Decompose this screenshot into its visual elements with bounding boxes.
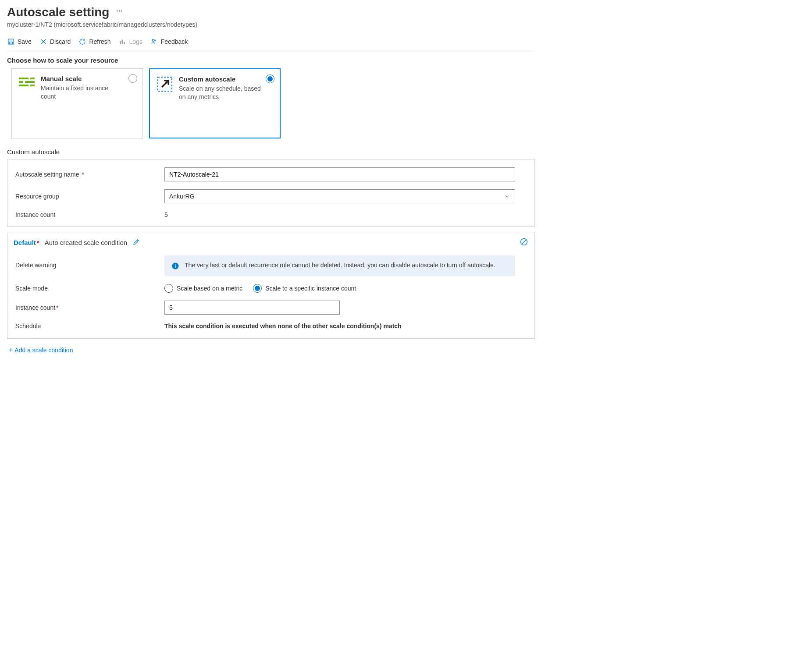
- manual-scale-icon: [18, 75, 36, 132]
- info-icon: [171, 262, 179, 270]
- discard-label: Discard: [50, 38, 71, 45]
- choose-heading: Choose how to scale your resource: [7, 57, 535, 64]
- save-icon: [7, 38, 15, 46]
- custom-autoscale-radio[interactable]: [266, 74, 274, 83]
- manual-scale-radio[interactable]: [128, 74, 137, 83]
- feedback-icon: [150, 38, 158, 46]
- scale-condition-panel: Default* Auto created scale condition De…: [7, 233, 535, 339]
- scale-mode-metric-option[interactable]: Scale based on a metric: [164, 284, 242, 293]
- prohibited-icon: [520, 237, 528, 246]
- svg-line-17: [522, 240, 526, 244]
- plus-icon: +: [9, 347, 13, 354]
- chevron-down-icon: [504, 193, 510, 199]
- add-scale-condition-label: Add a scale condition: [14, 347, 73, 354]
- svg-rect-9: [19, 78, 28, 79]
- delete-warning-info: The very last or default recurrence rule…: [164, 255, 515, 276]
- svg-rect-13: [19, 85, 28, 86]
- cond-instance-count-input[interactable]: [164, 301, 340, 315]
- resource-group-label: Resource group: [15, 193, 164, 200]
- logs-icon: [118, 38, 126, 46]
- toolbar: Save Discard Refresh Logs Feedback: [7, 34, 535, 50]
- radio-checked-icon: [253, 284, 262, 293]
- scale-mode-metric-label: Scale based on a metric: [177, 285, 242, 292]
- setting-name-label: Autoscale setting name *: [15, 171, 164, 178]
- resource-group-value: AnkurRG: [169, 193, 195, 200]
- instance-count-label: Instance count: [15, 211, 164, 218]
- scale-mode-label: Scale mode: [15, 285, 164, 292]
- svg-rect-20: [175, 264, 176, 265]
- svg-rect-1: [9, 39, 12, 41]
- manual-scale-desc: Maintain a fixed instance count: [41, 84, 136, 101]
- svg-rect-19: [175, 266, 176, 268]
- condition-name: Default*: [14, 239, 39, 246]
- scale-method-cards: Manual scale Maintain a fixed instance c…: [11, 68, 535, 138]
- logs-label: Logs: [129, 38, 142, 45]
- instance-count-value: 5: [164, 211, 527, 218]
- custom-autoscale-icon: [156, 75, 174, 131]
- add-scale-condition-link[interactable]: + Add a scale condition: [9, 347, 73, 354]
- discard-button[interactable]: Discard: [39, 38, 71, 46]
- scale-mode-count-label: Scale to a specific instance count: [265, 285, 356, 292]
- resource-group-select[interactable]: AnkurRG: [164, 189, 515, 203]
- feedback-label: Feedback: [161, 38, 188, 45]
- setting-name-input[interactable]: [164, 167, 515, 181]
- delete-warning-label: Delete warning: [15, 255, 164, 269]
- save-button[interactable]: Save: [7, 38, 32, 46]
- svg-rect-2: [9, 42, 13, 44]
- custom-autoscale-desc: Scale on any schedule, based on any metr…: [179, 85, 274, 101]
- pencil-icon: [132, 238, 140, 246]
- cond-instance-count-label: Instance count*: [15, 304, 164, 311]
- close-icon: [39, 38, 47, 46]
- save-label: Save: [18, 38, 32, 45]
- refresh-label: Refresh: [89, 38, 110, 45]
- svg-rect-12: [25, 81, 35, 83]
- condition-desc: Auto created scale condition: [45, 239, 127, 246]
- manual-scale-title: Manual scale: [41, 75, 136, 82]
- radio-unchecked-icon: [164, 284, 173, 293]
- svg-rect-5: [120, 41, 121, 45]
- svg-rect-11: [19, 81, 23, 83]
- delete-warning-text: The very last or default recurrence rule…: [185, 262, 495, 269]
- delete-disabled-button: [520, 237, 528, 248]
- autoscale-settings-panel: Autoscale setting name * Resource group …: [7, 159, 535, 227]
- schedule-text: This scale condition is executed when no…: [164, 322, 527, 330]
- custom-autoscale-section-label: Custom autoscale: [7, 148, 535, 156]
- svg-rect-6: [122, 40, 123, 45]
- refresh-icon: [78, 38, 86, 46]
- edit-condition-button[interactable]: [132, 238, 140, 247]
- resource-path: mycluster-1/NT2 (microsoft.servicefabric…: [7, 21, 535, 28]
- svg-rect-14: [30, 85, 35, 86]
- refresh-button[interactable]: Refresh: [78, 38, 110, 46]
- svg-rect-10: [30, 78, 35, 79]
- custom-autoscale-title: Custom autoscale: [179, 75, 274, 83]
- custom-autoscale-card[interactable]: Custom autoscale Scale on any schedule, …: [149, 68, 281, 138]
- scale-mode-count-option[interactable]: Scale to a specific instance count: [253, 284, 356, 293]
- page-title: Autoscale setting ⋯: [7, 5, 535, 19]
- page-title-text: Autoscale setting: [7, 5, 109, 19]
- feedback-button[interactable]: Feedback: [150, 38, 188, 46]
- svg-rect-7: [124, 42, 125, 44]
- condition-header: Default* Auto created scale condition: [7, 233, 534, 255]
- scale-mode-radiogroup: Scale based on a metric Scale to a speci…: [164, 284, 527, 293]
- logs-button: Logs: [118, 38, 142, 46]
- more-actions-icon[interactable]: ⋯: [116, 7, 123, 17]
- svg-point-8: [152, 39, 154, 42]
- schedule-label: Schedule: [15, 322, 164, 330]
- manual-scale-card[interactable]: Manual scale Maintain a fixed instance c…: [11, 68, 143, 138]
